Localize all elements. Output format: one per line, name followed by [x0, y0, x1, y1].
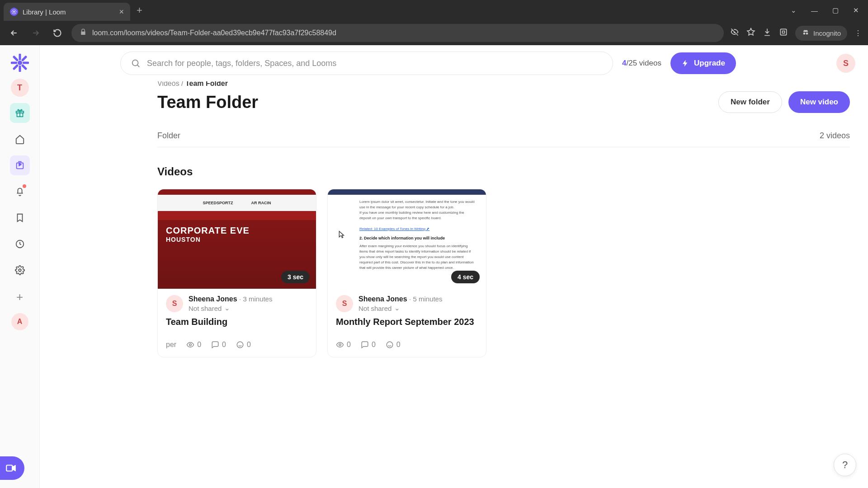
svg-rect-1 — [780, 29, 786, 35]
smile-icon — [386, 341, 394, 349]
svg-point-0 — [13, 11, 15, 13]
author-name: Sheena Jones — [359, 295, 407, 303]
topbar: Search for people, tags, folders, Spaces… — [40, 45, 868, 81]
video-card[interactable]: SPEEDSPORTZAR RACIN CORPORATE EVE HOUSTO… — [157, 189, 316, 357]
loom-logo[interactable] — [10, 53, 29, 72]
cursor-icon — [336, 230, 346, 242]
video-stats: 0 0 0 — [336, 341, 478, 349]
smile-icon — [236, 341, 244, 349]
author-avatar: S — [166, 295, 183, 312]
duration-badge: 3 sec — [281, 271, 310, 283]
page-title: Team Folder — [157, 93, 258, 112]
reactions-stat: 0 — [236, 341, 251, 349]
incognito-badge[interactable]: Incognito — [795, 26, 847, 41]
videos-heading: Videos — [157, 165, 850, 178]
gift-icon[interactable] — [10, 103, 30, 123]
addr-right: Incognito ⋮ — [730, 26, 862, 41]
incognito-icon — [802, 28, 810, 38]
reload-button[interactable] — [50, 25, 65, 41]
secondary-avatar[interactable]: A — [11, 313, 28, 330]
home-icon[interactable] — [10, 129, 30, 149]
minimize-icon[interactable]: — — [806, 4, 823, 17]
breadcrumb-current: Team Folder — [185, 81, 228, 87]
eye-icon — [336, 341, 344, 349]
history-icon[interactable] — [10, 234, 30, 254]
new-folder-button[interactable]: New folder — [718, 91, 782, 113]
video-cards: SPEEDSPORTZAR RACIN CORPORATE EVE HOUSTO… — [157, 189, 850, 357]
main: Search for people, tags, folders, Spaces… — [40, 45, 868, 488]
video-count: 4/25 videos — [622, 59, 661, 68]
share-status[interactable]: Not shared ⌄ — [189, 304, 272, 312]
star-icon[interactable] — [746, 28, 755, 38]
user-avatar[interactable]: S — [836, 54, 855, 73]
gear-icon[interactable] — [10, 260, 30, 280]
url-text: loom.com/looms/videos/Team-Folder-aa0ed3… — [92, 29, 716, 37]
video-thumbnail: SPEEDSPORTZAR RACIN CORPORATE EVE HOUSTO… — [158, 189, 316, 289]
download-icon[interactable] — [763, 28, 772, 38]
tab-title: Library | Loom — [23, 8, 66, 16]
eye-icon — [186, 341, 194, 349]
add-button[interactable]: + — [16, 290, 23, 304]
upgrade-button[interactable]: Upgrade — [670, 52, 736, 74]
browser-chrome: Library | Loom × + ⌄ — ▢ ✕ loom.com/loom… — [0, 0, 868, 45]
lock-icon — [80, 28, 87, 38]
incognito-label: Incognito — [813, 29, 841, 37]
svg-point-4 — [18, 61, 22, 65]
svg-point-11 — [132, 60, 138, 66]
search-icon — [131, 58, 141, 68]
menu-icon[interactable]: ⋮ — [854, 29, 862, 38]
duration-badge: 4 sec — [451, 271, 480, 283]
back-button[interactable] — [6, 25, 22, 41]
install-icon[interactable] — [779, 28, 788, 38]
upgrade-label: Upgrade — [694, 59, 725, 68]
comment-icon — [211, 341, 219, 349]
views-stat: 0 — [186, 341, 201, 349]
help-button[interactable]: ? — [834, 454, 856, 476]
comment-icon — [361, 341, 369, 349]
svg-point-2 — [803, 33, 806, 35]
tab-bar: Library | Loom × + ⌄ — ▢ ✕ — [0, 0, 868, 21]
chevron-down-icon: ⌄ — [224, 304, 230, 312]
comments-stat: 0 — [211, 341, 226, 349]
browser-tab[interactable]: Library | Loom × — [4, 3, 130, 21]
content: Videos / Team Folder Team Folder New fol… — [40, 81, 868, 488]
folder-label: Folder — [157, 131, 180, 141]
author-row: S Sheena Jones · 3 minutes Not shared ⌄ — [166, 295, 308, 312]
address-bar: loom.com/looms/videos/Team-Folder-aa0ed3… — [0, 21, 868, 45]
record-fab[interactable] — [0, 456, 24, 480]
title-row: Team Folder New folder New video — [157, 91, 850, 113]
svg-point-3 — [806, 33, 808, 35]
svg-point-9 — [19, 269, 21, 272]
close-tab-icon[interactable]: × — [119, 7, 124, 17]
svg-point-13 — [237, 342, 243, 348]
forward-button[interactable] — [28, 25, 43, 41]
comments-stat: 0 — [361, 341, 376, 349]
card-body: S Sheena Jones · 5 minutes Not shared ⌄ … — [328, 289, 486, 357]
new-tab-button[interactable]: + — [137, 5, 142, 16]
bolt-icon — [681, 59, 689, 67]
search-input[interactable]: Search for people, tags, folders, Spaces… — [120, 52, 613, 75]
eye-off-icon[interactable] — [730, 28, 739, 38]
card-body: S Sheena Jones · 3 minutes Not shared ⌄ … — [158, 289, 316, 357]
maximize-icon[interactable]: ▢ — [827, 4, 844, 17]
chevron-down-icon[interactable]: ⌄ — [785, 4, 802, 17]
video-card[interactable]: Lorem ipsum dolor sit amet, consectetur.… — [327, 189, 486, 357]
library-icon[interactable] — [10, 155, 30, 175]
breadcrumb-parent[interactable]: Videos — [157, 81, 179, 87]
search-placeholder: Search for people, tags, folders, Spaces… — [147, 59, 336, 68]
bookmark-icon[interactable] — [10, 208, 30, 228]
share-status[interactable]: Not shared ⌄ — [359, 304, 442, 312]
svg-point-15 — [387, 342, 393, 348]
url-box[interactable]: loom.com/looms/videos/Team-Folder-aa0ed3… — [71, 24, 724, 42]
app: T + A Search for people, tags, folders, … — [0, 45, 868, 488]
folder-section-bar: Folder 2 videos — [157, 131, 850, 147]
author-avatar: S — [336, 295, 353, 312]
workspace-avatar[interactable]: T — [11, 79, 29, 97]
close-window-icon[interactable]: ✕ — [848, 4, 864, 17]
bell-icon[interactable] — [10, 182, 30, 202]
loom-favicon — [10, 8, 18, 16]
author-name: Sheena Jones — [189, 295, 237, 303]
new-video-button[interactable]: New video — [788, 91, 850, 113]
chevron-down-icon: ⌄ — [394, 304, 400, 312]
left-rail: T + A — [0, 45, 40, 488]
